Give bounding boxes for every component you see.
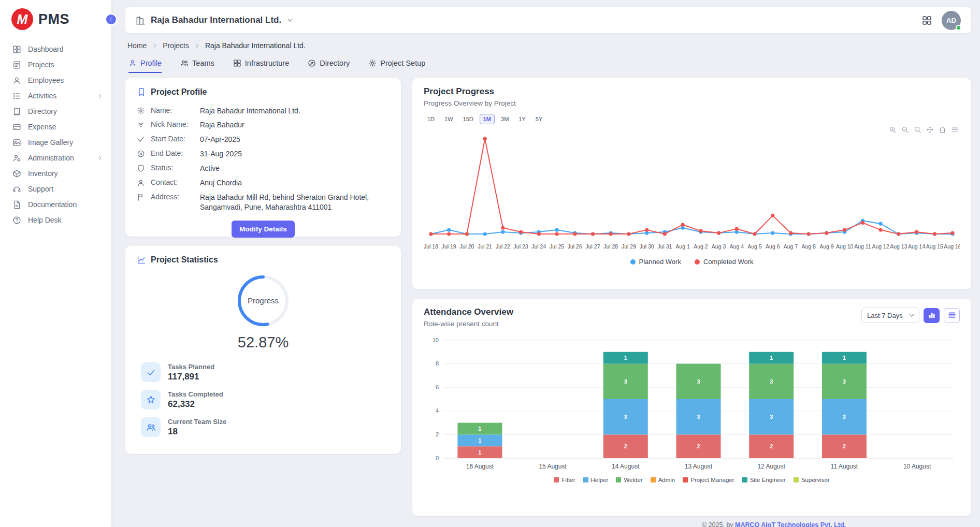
- range-button-3m[interactable]: 3M: [497, 114, 512, 124]
- legend-project-manager[interactable]: Project Manager: [683, 477, 734, 483]
- field-label: End Date:: [151, 149, 194, 157]
- sidebar-item-projects[interactable]: Projects: [0, 57, 111, 72]
- project-profile-title: Project Profile: [151, 87, 207, 97]
- project-progress-title: Project Progress: [424, 86, 960, 97]
- attendance-overview-card: Attendance Overview Role-wise present co…: [412, 299, 971, 516]
- legend-planned-work[interactable]: Planned Work: [630, 258, 681, 266]
- svg-text:10: 10: [433, 337, 439, 343]
- stat-label: Tasks Planned: [168, 363, 214, 371]
- app-logo[interactable]: M PMS: [0, 0, 111, 41]
- attendance-chart[interactable]: 024681016 August11115 August14 August233…: [424, 335, 960, 475]
- avatar-initials: AD: [946, 17, 956, 24]
- breadcrumb-item-projects[interactable]: Projects: [163, 41, 189, 50]
- menu-button[interactable]: [951, 126, 959, 134]
- legend-welder[interactable]: Welder: [616, 477, 642, 483]
- legend-helper[interactable]: Helper: [583, 477, 609, 483]
- progress-gauge: Progress: [137, 272, 390, 330]
- breadcrumb-item-home[interactable]: Home: [127, 41, 147, 50]
- svg-text:Aug 2: Aug 2: [694, 243, 708, 250]
- legend-site-engineer[interactable]: Site Engineer: [742, 477, 786, 483]
- svg-text:3: 3: [843, 378, 846, 385]
- project-progress-card: Project Progress Progress Overview by Pr…: [412, 78, 971, 289]
- gear-icon: [368, 59, 377, 67]
- home-icon: [939, 126, 946, 134]
- range-button-15d[interactable]: 15D: [459, 114, 477, 124]
- support-icon: [12, 185, 21, 194]
- legend-completed-work[interactable]: Completed Work: [695, 258, 754, 266]
- avatar[interactable]: AD: [942, 11, 961, 30]
- right-column: Project Progress Progress Overview by Pr…: [412, 78, 971, 516]
- sidebar-item-dashboard[interactable]: Dashboard: [0, 41, 111, 57]
- stat-tasks-completed: Tasks Completed62,332: [141, 390, 390, 409]
- sidebar-item-image-gallery[interactable]: Image Gallery: [0, 135, 111, 150]
- stat-icon-box: [141, 417, 161, 437]
- svg-text:1: 1: [843, 355, 846, 361]
- pan-icon: [926, 126, 934, 134]
- sidebar-item-administration[interactable]: Administration: [0, 150, 111, 166]
- sidebar-item-label: Inventory: [28, 169, 58, 178]
- home-button[interactable]: [939, 126, 946, 134]
- sidebar-item-support[interactable]: Support: [0, 181, 111, 197]
- profile-field-name-: Name:Raja Bahadur International Ltd.: [137, 104, 390, 118]
- grid-icon: [233, 59, 241, 67]
- sidebar-item-help-desk[interactable]: Help Desk: [0, 212, 111, 228]
- range-button-1y[interactable]: 1Y: [515, 114, 529, 124]
- legend-fitter[interactable]: Fitter: [554, 477, 575, 483]
- card-title: Project Profile: [137, 87, 390, 97]
- svg-text:11 August: 11 August: [831, 463, 858, 470]
- sidebar-item-employees[interactable]: Employees: [0, 72, 111, 88]
- logo-text: PMS: [38, 11, 69, 27]
- range-button-1w[interactable]: 1W: [441, 114, 457, 124]
- users-icon: [180, 59, 189, 67]
- sidebar-item-activities[interactable]: Activities: [0, 88, 111, 104]
- inventory-icon: [12, 169, 21, 178]
- stat-icon-box: [141, 362, 161, 382]
- svg-text:Jul 18: Jul 18: [424, 243, 438, 250]
- project-progress-chart[interactable]: Jul 18Jul 19Jul 20Jul 21Jul 22Jul 23Jul …: [424, 126, 960, 257]
- profile-field-contact-: Contact:Anuj Chordia: [137, 175, 390, 190]
- sidebar-item-expense[interactable]: Expense: [0, 119, 111, 135]
- star-icon: [146, 395, 156, 405]
- zoom-in-button[interactable]: [889, 126, 897, 134]
- project-progress-legend: Planned WorkCompleted Work: [424, 258, 960, 266]
- tab-profile[interactable]: Profile: [128, 59, 162, 73]
- company-selector[interactable]: Raja Bahadur International Ltd.: [136, 15, 294, 25]
- zoom-out-button[interactable]: [901, 126, 909, 134]
- svg-text:16 August: 16 August: [466, 463, 494, 470]
- tab-teams[interactable]: Teams: [180, 59, 214, 73]
- admin-icon: [12, 154, 21, 163]
- footer-link[interactable]: MARCO AIoT Technologies Pvt. Ltd.: [735, 521, 846, 527]
- sidebar-item-directory[interactable]: Directory: [0, 104, 111, 119]
- stat-label: Current Team Size: [168, 418, 226, 426]
- tab-project-setup[interactable]: Project Setup: [368, 59, 425, 73]
- bar-chart-icon: [928, 311, 936, 319]
- legend-admin[interactable]: Admin: [651, 477, 675, 483]
- sidebar-item-documentation[interactable]: Documentation: [0, 197, 111, 212]
- sidebar-item-inventory[interactable]: Inventory: [0, 166, 111, 181]
- progress-percentage: 52.87%: [137, 334, 390, 351]
- tab-directory[interactable]: Directory: [308, 59, 350, 73]
- svg-text:3: 3: [697, 378, 700, 385]
- tab-infrastructure[interactable]: Infrastructure: [233, 59, 289, 73]
- range-button-5y[interactable]: 5Y: [532, 114, 546, 124]
- svg-text:Aug 8: Aug 8: [801, 243, 816, 250]
- range-button-1m[interactable]: 1M: [480, 114, 495, 124]
- modify-details-button[interactable]: Modify Details: [232, 221, 295, 238]
- svg-text:Progress: Progress: [248, 296, 279, 305]
- field-value: Anuj Chordia: [200, 178, 390, 188]
- range-button-1d[interactable]: 1D: [424, 114, 438, 124]
- apps-grid-button[interactable]: [921, 15, 932, 26]
- field-value: 07-Apr-2025: [200, 135, 390, 144]
- pan-button[interactable]: [926, 126, 934, 134]
- table-view-button[interactable]: [944, 308, 960, 323]
- attendance-range-select[interactable]: Last 7 Days: [861, 308, 919, 323]
- sidebar-collapse-button[interactable]: [105, 13, 117, 25]
- search-button[interactable]: [914, 126, 921, 134]
- legend-supervisor[interactable]: Supervisor: [794, 477, 830, 483]
- chart-view-button[interactable]: [924, 308, 940, 323]
- employees-icon: [12, 76, 21, 85]
- chevron-left-icon: [108, 16, 114, 23]
- field-label: Contact:: [151, 178, 194, 186]
- svg-text:Aug 15: Aug 15: [926, 243, 943, 250]
- field-label: Start Date:: [151, 135, 194, 143]
